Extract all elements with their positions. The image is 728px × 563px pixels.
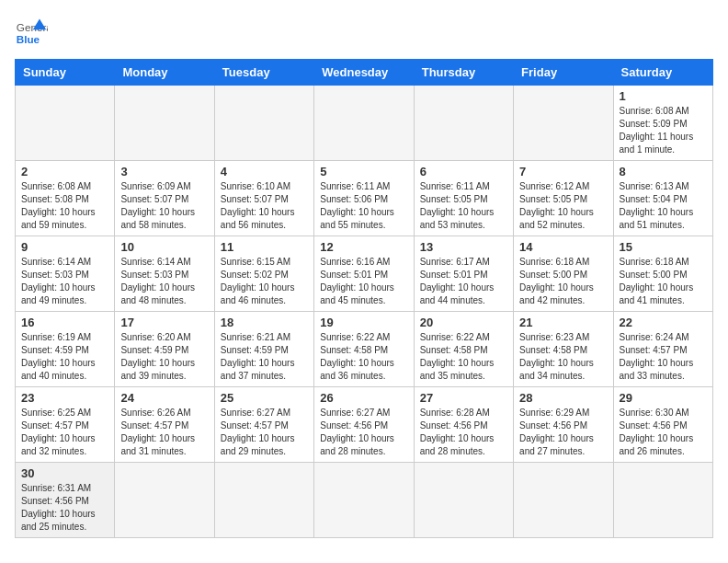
weekday-header: Monday: [115, 60, 214, 86]
calendar-cell: 28Sunrise: 6:29 AM Sunset: 4:56 PM Dayli…: [514, 387, 613, 463]
calendar-cell: 7Sunrise: 6:12 AM Sunset: 5:05 PM Daylig…: [514, 161, 613, 236]
day-info: Sunrise: 6:19 AM Sunset: 4:59 PM Dayligh…: [21, 331, 108, 383]
day-number: 15: [620, 240, 707, 254]
day-info: Sunrise: 6:12 AM Sunset: 5:05 PM Dayligh…: [519, 180, 607, 232]
calendar-header-row: SundayMondayTuesdayWednesdayThursdayFrid…: [16, 60, 713, 86]
day-number: 21: [519, 316, 607, 329]
calendar-cell: [314, 463, 414, 538]
day-info: Sunrise: 6:11 AM Sunset: 5:06 PM Dayligh…: [320, 180, 407, 232]
day-number: 11: [221, 240, 308, 254]
day-info: Sunrise: 6:16 AM Sunset: 5:01 PM Dayligh…: [320, 256, 407, 307]
day-number: 24: [120, 391, 208, 405]
calendar-cell: [214, 86, 313, 161]
day-info: Sunrise: 6:13 AM Sunset: 5:04 PM Dayligh…: [620, 180, 707, 232]
day-info: Sunrise: 6:18 AM Sunset: 5:00 PM Dayligh…: [519, 256, 607, 307]
day-number: 8: [620, 165, 707, 178]
weekday-header: Friday: [514, 60, 613, 86]
day-info: Sunrise: 6:25 AM Sunset: 4:57 PM Dayligh…: [21, 407, 108, 458]
calendar-cell: 26Sunrise: 6:27 AM Sunset: 4:56 PM Dayli…: [314, 387, 414, 463]
day-info: Sunrise: 6:24 AM Sunset: 4:57 PM Dayligh…: [620, 331, 707, 383]
calendar-cell: 6Sunrise: 6:11 AM Sunset: 5:05 PM Daylig…: [414, 161, 513, 236]
day-info: Sunrise: 6:08 AM Sunset: 5:09 PM Dayligh…: [620, 105, 707, 156]
day-number: 26: [320, 391, 407, 405]
calendar-cell: 30Sunrise: 6:31 AM Sunset: 4:56 PM Dayli…: [16, 463, 115, 538]
calendar-cell: [414, 463, 513, 538]
calendar-cell: 21Sunrise: 6:23 AM Sunset: 4:58 PM Dayli…: [514, 312, 613, 387]
day-number: 17: [120, 316, 208, 329]
weekday-header: Thursday: [414, 60, 513, 86]
day-number: 6: [420, 165, 507, 178]
day-number: 10: [120, 240, 208, 254]
day-number: 3: [120, 165, 208, 178]
day-info: Sunrise: 6:28 AM Sunset: 4:56 PM Dayligh…: [420, 407, 507, 458]
calendar-week-row: 9Sunrise: 6:14 AM Sunset: 5:03 PM Daylig…: [16, 236, 713, 312]
day-info: Sunrise: 6:30 AM Sunset: 4:56 PM Dayligh…: [620, 407, 707, 458]
day-info: Sunrise: 6:14 AM Sunset: 5:03 PM Dayligh…: [21, 256, 108, 307]
calendar-cell: [214, 463, 313, 538]
calendar-cell: [613, 463, 712, 538]
calendar-cell: 12Sunrise: 6:16 AM Sunset: 5:01 PM Dayli…: [314, 236, 414, 312]
calendar-cell: [514, 86, 613, 161]
day-info: Sunrise: 6:23 AM Sunset: 4:58 PM Dayligh…: [519, 331, 607, 383]
calendar-cell: [314, 86, 414, 161]
day-number: 4: [221, 165, 308, 178]
calendar-week-row: 2Sunrise: 6:08 AM Sunset: 5:08 PM Daylig…: [16, 161, 713, 236]
calendar-cell: [16, 86, 115, 161]
day-info: Sunrise: 6:20 AM Sunset: 4:59 PM Dayligh…: [120, 331, 208, 383]
calendar-cell: 3Sunrise: 6:09 AM Sunset: 5:07 PM Daylig…: [115, 161, 214, 236]
day-info: Sunrise: 6:11 AM Sunset: 5:05 PM Dayligh…: [420, 180, 507, 232]
day-info: Sunrise: 6:29 AM Sunset: 4:56 PM Dayligh…: [519, 407, 607, 458]
day-number: 20: [420, 316, 507, 329]
day-info: Sunrise: 6:17 AM Sunset: 5:01 PM Dayligh…: [420, 256, 507, 307]
day-number: 27: [420, 391, 507, 405]
day-info: Sunrise: 6:22 AM Sunset: 4:58 PM Dayligh…: [320, 331, 407, 383]
day-info: Sunrise: 6:31 AM Sunset: 4:56 PM Dayligh…: [21, 482, 108, 534]
day-number: 7: [519, 165, 607, 178]
day-info: Sunrise: 6:21 AM Sunset: 4:59 PM Dayligh…: [221, 331, 308, 383]
calendar-week-row: 16Sunrise: 6:19 AM Sunset: 4:59 PM Dayli…: [16, 312, 713, 387]
day-number: 14: [519, 240, 607, 254]
calendar-cell: 10Sunrise: 6:14 AM Sunset: 5:03 PM Dayli…: [115, 236, 214, 312]
calendar-cell: 9Sunrise: 6:14 AM Sunset: 5:03 PM Daylig…: [16, 236, 115, 312]
calendar-week-row: 1Sunrise: 6:08 AM Sunset: 5:09 PM Daylig…: [16, 86, 713, 161]
weekday-header: Tuesday: [214, 60, 313, 86]
calendar-cell: 11Sunrise: 6:15 AM Sunset: 5:02 PM Dayli…: [214, 236, 313, 312]
calendar-body: 1Sunrise: 6:08 AM Sunset: 5:09 PM Daylig…: [16, 86, 713, 538]
day-number: 13: [420, 240, 507, 254]
calendar-cell: 4Sunrise: 6:10 AM Sunset: 5:07 PM Daylig…: [214, 161, 313, 236]
day-info: Sunrise: 6:14 AM Sunset: 5:03 PM Dayligh…: [120, 256, 208, 307]
calendar-cell: 16Sunrise: 6:19 AM Sunset: 4:59 PM Dayli…: [16, 312, 115, 387]
calendar-cell: 8Sunrise: 6:13 AM Sunset: 5:04 PM Daylig…: [613, 161, 712, 236]
calendar-cell: 24Sunrise: 6:26 AM Sunset: 4:57 PM Dayli…: [115, 387, 214, 463]
day-number: 30: [21, 466, 108, 480]
logo-icon: General Blue: [15, 15, 48, 48]
day-number: 23: [21, 391, 108, 405]
day-number: 28: [519, 391, 607, 405]
day-number: 25: [221, 391, 308, 405]
day-info: Sunrise: 6:08 AM Sunset: 5:08 PM Dayligh…: [21, 180, 108, 232]
calendar-cell: 27Sunrise: 6:28 AM Sunset: 4:56 PM Dayli…: [414, 387, 513, 463]
day-number: 1: [620, 89, 707, 103]
day-info: Sunrise: 6:18 AM Sunset: 5:00 PM Dayligh…: [620, 256, 707, 307]
day-info: Sunrise: 6:15 AM Sunset: 5:02 PM Dayligh…: [221, 256, 308, 307]
calendar-week-row: 30Sunrise: 6:31 AM Sunset: 4:56 PM Dayli…: [16, 463, 713, 538]
day-number: 9: [21, 240, 108, 254]
weekday-header: Saturday: [613, 60, 712, 86]
weekday-header: Sunday: [16, 60, 115, 86]
day-info: Sunrise: 6:27 AM Sunset: 4:57 PM Dayligh…: [221, 407, 308, 458]
calendar-cell: 15Sunrise: 6:18 AM Sunset: 5:00 PM Dayli…: [613, 236, 712, 312]
calendar-cell: 20Sunrise: 6:22 AM Sunset: 4:58 PM Dayli…: [414, 312, 513, 387]
day-number: 19: [320, 316, 407, 329]
calendar-cell: 25Sunrise: 6:27 AM Sunset: 4:57 PM Dayli…: [214, 387, 313, 463]
day-number: 2: [21, 165, 108, 178]
day-info: Sunrise: 6:27 AM Sunset: 4:56 PM Dayligh…: [320, 407, 407, 458]
calendar-cell: 5Sunrise: 6:11 AM Sunset: 5:06 PM Daylig…: [314, 161, 414, 236]
day-number: 12: [320, 240, 407, 254]
calendar: SundayMondayTuesdayWednesdayThursdayFrid…: [15, 59, 713, 538]
calendar-cell: 2Sunrise: 6:08 AM Sunset: 5:08 PM Daylig…: [16, 161, 115, 236]
calendar-cell: 22Sunrise: 6:24 AM Sunset: 4:57 PM Dayli…: [613, 312, 712, 387]
calendar-cell: 17Sunrise: 6:20 AM Sunset: 4:59 PM Dayli…: [115, 312, 214, 387]
calendar-cell: [414, 86, 513, 161]
day-info: Sunrise: 6:22 AM Sunset: 4:58 PM Dayligh…: [420, 331, 507, 383]
day-info: Sunrise: 6:10 AM Sunset: 5:07 PM Dayligh…: [221, 180, 308, 232]
